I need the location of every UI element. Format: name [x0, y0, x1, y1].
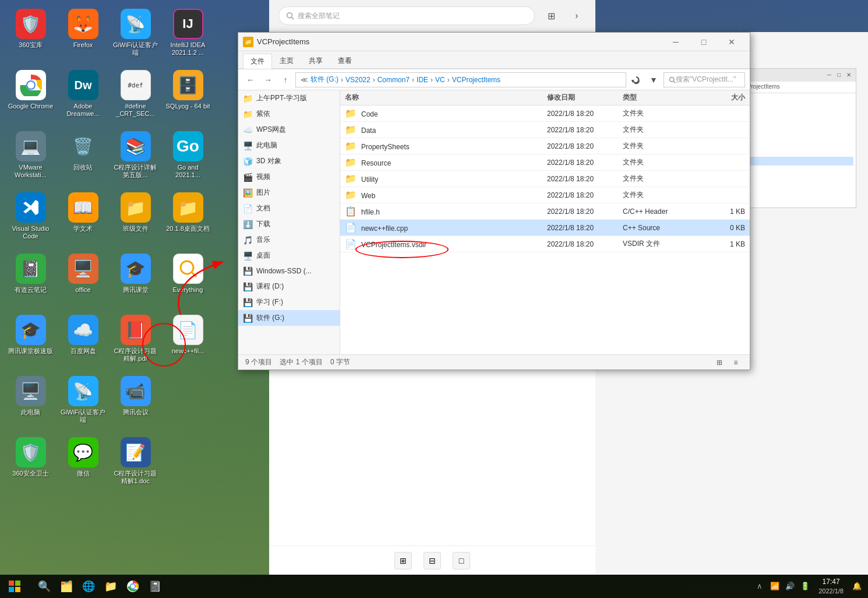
sidebar-item-f[interactable]: 💾 学习 (F:) [238, 294, 340, 310]
file-row-utility[interactable]: 📁Utility 2022/1/8 18:20 文件夹 [340, 171, 750, 187]
icon-360safe[interactable]: 🛡️ 360安全卫士 [6, 434, 55, 493]
icon-office[interactable]: 🖥️ office [58, 251, 108, 309]
path-ide[interactable]: IDE [417, 76, 428, 84]
tray-chevron[interactable]: ∧ [753, 580, 766, 593]
path-vc[interactable]: VC [435, 76, 445, 84]
search-input[interactable]: 搜索"VCProjectIt..." [664, 72, 745, 87]
icon-dreamweaver[interactable]: Dw Adobe Dreamwe... [58, 67, 108, 125]
icon-study[interactable]: 📖 学文术 [58, 189, 108, 248]
address-path[interactable]: ≪ 软件 (G:) › VS2022 › Common7 › IDE › VC … [295, 72, 626, 87]
tray-battery[interactable]: 🔋 [799, 580, 811, 593]
tab-home[interactable]: 主页 [272, 53, 301, 68]
icon-360[interactable]: 🛡️ 360宝库 [6, 6, 55, 64]
list-view-button[interactable]: ⊞ [712, 356, 726, 369]
col-header-date[interactable]: 修改日期 [547, 93, 623, 103]
icon-sqlyog[interactable]: 🗄️ SQLyog - 64 bit [163, 67, 213, 125]
icon-cpdf2[interactable]: 📝 C程序设计习题精解1.doc [111, 434, 160, 493]
icon-classfile[interactable]: 📁 班级文件 [111, 189, 160, 248]
icon-intellij[interactable]: IJ IntelliJ IDEA 2021.1.2 ... [163, 6, 213, 64]
icon-vmware[interactable]: 💻 VMware Workstati... [6, 128, 55, 187]
icon-vscode[interactable]: Visual Studio Code [6, 189, 55, 248]
file-row-web[interactable]: 📁Web 2022/1/8 18:20 文件夹 [340, 187, 750, 203]
icon-cbook[interactable]: 📚 C程序设计详解第五版... [111, 128, 160, 187]
sidebar-item-pc[interactable]: 🖥️ 此电脑 [238, 138, 340, 153]
sidebar-item-ziyi[interactable]: 📁 紫依 [238, 106, 340, 122]
path-common7[interactable]: Common7 [377, 76, 410, 84]
svg-rect-12 [15, 587, 20, 592]
taskbar-search[interactable]: 🔍 [34, 576, 55, 597]
icon-baidudisk[interactable]: ☁️ 百度网盘 [58, 312, 108, 370]
refresh-button[interactable] [629, 72, 644, 87]
notes-grid-view[interactable]: ⊞ [394, 552, 412, 569]
file-row-hfile[interactable]: 📋hfile.h 2022/1/8 18:20 C/C++ Header 1 K… [340, 203, 750, 220]
file-row-propertysheets[interactable]: 📁PropertySheets 2022/1/8 18:20 文件夹 [340, 138, 750, 154]
maximize-button[interactable]: □ [690, 34, 717, 50]
sidebar-item-docs[interactable]: 📄 文档 [238, 200, 340, 216]
icon-giwifi2[interactable]: 📡 GiWiFi认证客户端 [58, 373, 108, 431]
sidebar-item-g[interactable]: 💾 软件 (G:) [238, 310, 340, 326]
file-row-vsdir[interactable]: 📄VCProjectItems.vsdir 2022/1/8 18:20 VSD… [340, 236, 750, 252]
taskbar-chrome[interactable] [122, 576, 143, 597]
tray-network[interactable]: 📶 [768, 580, 781, 593]
sidebar-item-desktop[interactable]: 🖥️ 桌面 [238, 248, 340, 263]
icon-desktop20[interactable]: 📁 20.1.8桌面文档 [163, 189, 213, 248]
path-vs2022[interactable]: VS2022 [345, 76, 371, 84]
path-vcprojectitems[interactable]: VCProjectItems [452, 76, 500, 84]
sidebar-item-3d[interactable]: 🧊 3D 对象 [238, 153, 340, 169]
evernote-search[interactable]: 搜索全部笔记 [278, 6, 535, 25]
icon-goland[interactable]: Go Go and 2021.1... [163, 128, 213, 187]
col-header-type[interactable]: 类型 [623, 93, 698, 103]
evernote-grid-button[interactable]: ⊞ [542, 6, 560, 25]
notes-split-view[interactable]: ⊟ [424, 552, 441, 569]
taskbar-explorer[interactable]: 📁 [100, 576, 121, 597]
sidebar-item-ppt[interactable]: 📁 上午PPT-学习版 [238, 90, 340, 106]
taskbar-taskview[interactable]: 🗂️ [56, 576, 77, 597]
sidebar-item-ssd[interactable]: 💾 Windows-SSD (... [238, 263, 340, 279]
taskbar-edge[interactable]: 🌐 [78, 576, 99, 597]
path-g[interactable]: 软件 (G:) [310, 75, 338, 85]
expand-path-button[interactable]: ▼ [646, 72, 661, 87]
icon-wechat[interactable]: 💬 微信 [58, 434, 108, 493]
icon-recycle[interactable]: 🗑️ 回收站 [58, 128, 108, 187]
sidebar-item-downloads[interactable]: ⬇️ 下载 [238, 216, 340, 232]
sidebar-item-video[interactable]: 🎬 视频 [238, 169, 340, 185]
icon-tx-ultrafast[interactable]: 🎓 腾讯课堂极速版 [6, 312, 55, 370]
evernote-settings-button[interactable]: › [567, 6, 586, 25]
icon-mypc[interactable]: 🖥️ 此电脑 [6, 373, 55, 431]
notes-list-view[interactable]: □ [453, 552, 470, 569]
sidebar-item-d[interactable]: 💾 课程 (D:) [238, 279, 340, 294]
tab-view[interactable]: 查看 [330, 53, 359, 68]
icon-tencent-class[interactable]: 🎓 腾讯课堂 [111, 251, 160, 309]
detail-view-button[interactable]: ≡ [729, 356, 743, 369]
back-button[interactable]: ← [243, 72, 258, 87]
icon-define[interactable]: #def #define _CRT_SEC... [111, 67, 160, 125]
tray-volume[interactable]: 🔊 [784, 580, 796, 593]
sidebar-item-pictures[interactable]: 🖼️ 图片 [238, 185, 340, 200]
icon-txmeeting[interactable]: 📹 腾讯会议 [111, 373, 160, 431]
file-row-newcpp[interactable]: 📄newc++file.cpp 2022/1/8 18:20 C++ Sourc… [340, 220, 750, 236]
close-button[interactable]: ✕ [718, 34, 745, 50]
taskbar-evernote[interactable]: 📓 [144, 576, 165, 597]
icon-evernote[interactable]: 📓 有道云笔记 [6, 251, 55, 309]
icon-newcpp[interactable]: 📄 newc++fil... [163, 312, 213, 370]
icon-cpdf[interactable]: 📕 C程序设计习题精解.pdf [111, 312, 160, 370]
tab-share[interactable]: 共享 [301, 53, 330, 68]
sidebar-item-music[interactable]: 🎵 音乐 [238, 232, 340, 248]
icon-firefox[interactable]: 🦊 Firefox [58, 6, 108, 64]
icon-everything[interactable]: Everything [163, 251, 213, 309]
start-button[interactable] [0, 575, 29, 598]
up-button[interactable]: ↑ [278, 72, 293, 87]
icon-giwifi[interactable]: 📡 GiWiFi认证客户端 [111, 6, 160, 64]
col-header-name[interactable]: 名称 [345, 93, 547, 103]
icon-chrome[interactable]: Google Chrome [6, 67, 55, 125]
tray-notification[interactable]: 🔔 [851, 580, 863, 593]
file-row-code[interactable]: 📁Code 2022/1/8 18:20 文件夹 [340, 105, 750, 122]
taskbar-clock[interactable]: 17:47 2022/1/8 [814, 578, 848, 595]
file-row-data[interactable]: 📁Data 2022/1/8 18:20 文件夹 [340, 122, 750, 138]
sidebar-item-wps[interactable]: ☁️ WPS网盘 [238, 122, 340, 138]
file-row-resource[interactable]: 📁Resource 2022/1/8 18:20 文件夹 [340, 154, 750, 171]
col-header-size[interactable]: 大小 [698, 93, 745, 103]
tab-file[interactable]: 文件 [243, 54, 272, 69]
forward-button[interactable]: → [260, 72, 276, 87]
minimize-button[interactable]: ─ [662, 34, 689, 50]
